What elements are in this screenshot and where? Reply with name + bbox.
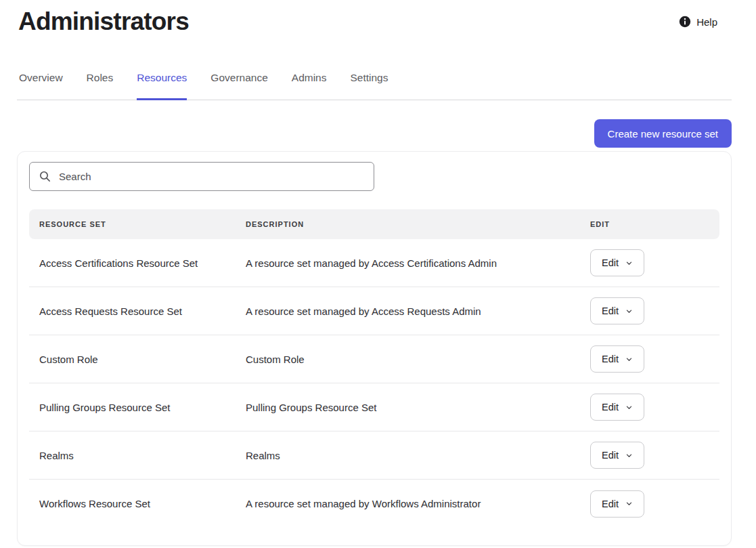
info-icon — [679, 16, 691, 28]
chevron-down-icon — [625, 259, 633, 267]
search-box[interactable] — [29, 162, 374, 191]
table-row: Pulling Groups Resource Set Pulling Grou… — [29, 383, 719, 431]
create-resource-set-button[interactable]: Create new resource set — [594, 119, 732, 148]
chevron-down-icon — [625, 500, 633, 507]
tab-resources[interactable]: Resources — [137, 72, 187, 100]
edit-button-label: Edit — [602, 450, 619, 461]
edit-button-label: Edit — [602, 305, 619, 316]
edit-button[interactable]: Edit — [590, 345, 644, 373]
resource-set-description: Realms — [236, 450, 580, 461]
search-input[interactable] — [58, 170, 365, 183]
resource-set-name: Access Requests Resource Set — [29, 305, 236, 317]
tab-admins[interactable]: Admins — [292, 72, 327, 100]
edit-button[interactable]: Edit — [590, 490, 644, 518]
tab-settings[interactable]: Settings — [350, 72, 388, 100]
resource-set-name: Realms — [29, 450, 236, 461]
action-row: Create new resource set — [17, 119, 732, 148]
resource-set-name: Workflows Resource Set — [29, 498, 236, 509]
resource-set-description: A resource set managed by Workflows Admi… — [236, 498, 580, 509]
column-header-resource-set: RESOURCE SET — [29, 220, 236, 228]
resource-set-description: Custom Role — [236, 354, 580, 365]
table-row: Realms Realms Edit — [29, 431, 719, 480]
tab-governance[interactable]: Governance — [210, 72, 267, 100]
edit-button[interactable]: Edit — [590, 249, 644, 276]
help-button[interactable]: Help — [679, 16, 717, 28]
top-bar: Administrators Help — [0, 0, 756, 37]
resource-set-description: A resource set managed by Access Certifi… — [236, 257, 580, 269]
page-title: Administrators — [18, 7, 189, 36]
edit-button-label: Edit — [602, 499, 619, 509]
chevron-down-icon — [625, 356, 633, 363]
help-label: Help — [696, 16, 717, 28]
column-header-edit: EDIT — [580, 220, 719, 228]
table-header: RESOURCE SET DESCRIPTION EDIT — [29, 209, 719, 239]
resource-set-table: RESOURCE SET DESCRIPTION EDIT Access Cer… — [29, 209, 719, 528]
tab-roles[interactable]: Roles — [87, 72, 114, 100]
resource-set-name: Custom Role — [29, 354, 236, 365]
table-row: Access Certifications Resource Set A res… — [29, 239, 719, 287]
table-row: Workflows Resource Set A resource set ma… — [29, 480, 719, 528]
edit-button-label: Edit — [602, 354, 619, 364]
chevron-down-icon — [625, 404, 633, 411]
edit-button[interactable]: Edit — [590, 394, 644, 421]
resource-set-name: Access Certifications Resource Set — [29, 257, 236, 269]
search-icon — [39, 171, 51, 182]
resource-set-description: Pulling Groups Resource Set — [236, 402, 580, 413]
table-row: Custom Role Custom Role Edit — [29, 335, 719, 383]
table-row: Access Requests Resource Set A resource … — [29, 287, 719, 335]
tab-overview[interactable]: Overview — [19, 72, 63, 100]
edit-button-label: Edit — [602, 402, 619, 413]
edit-button-label: Edit — [602, 257, 619, 268]
column-header-description: DESCRIPTION — [236, 220, 580, 228]
resource-sets-panel: RESOURCE SET DESCRIPTION EDIT Access Cer… — [17, 151, 732, 546]
chevron-down-icon — [625, 452, 633, 459]
edit-button[interactable]: Edit — [590, 297, 644, 324]
resource-set-description: A resource set managed by Access Request… — [236, 305, 580, 317]
resource-set-name: Pulling Groups Resource Set — [29, 402, 236, 413]
edit-button[interactable]: Edit — [590, 442, 644, 469]
tab-bar: Overview Roles Resources Governance Admi… — [17, 72, 732, 100]
chevron-down-icon — [625, 308, 633, 315]
